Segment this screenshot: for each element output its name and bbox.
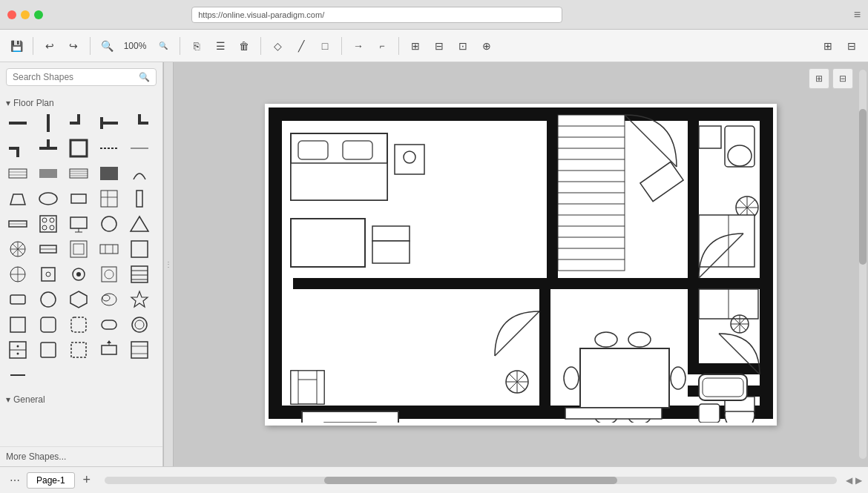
general-section-header[interactable]: ▾ General [6,391,157,408]
waypoint-button[interactable]: ⌐ [372,36,392,56]
shape-dashed-h[interactable] [97,136,121,160]
zoom-out-button[interactable]: 🔍 [153,36,174,56]
more-button[interactable]: ⊕ [476,36,497,56]
vertical-scrollbar[interactable] [859,70,867,459]
shape-box-fan[interactable] [97,262,121,286]
canvas-panel-left-btn[interactable]: ⊞ [809,68,829,89]
url-bar[interactable]: https://online.visual-paradigm.com/ [191,7,562,23]
connector-button[interactable]: → [348,36,369,56]
sidebar: 🔍 ▾ Floor Plan [0,62,163,466]
minimize-button[interactable] [21,10,30,19]
panel-right-button[interactable]: ⊟ [841,36,862,56]
svg-rect-115 [372,241,410,263]
shape-sq-d[interactable] [67,313,91,337]
shape-room[interactable] [67,136,91,160]
shape-arrow-sq[interactable] [97,338,121,362]
shape-hatch4[interactable] [97,162,121,185]
shape-stove[interactable] [36,212,60,236]
shape-box-grid[interactable] [97,237,121,261]
horizontal-scrollbar[interactable] [105,477,837,484]
general-label: General [13,394,45,405]
shape-lines-sq[interactable] [128,338,151,362]
save-button[interactable]: 💾 [6,36,27,56]
arrange-button[interactable]: ⊞ [405,36,426,56]
shape-fan[interactable] [6,237,30,261]
line-color-button[interactable]: ╱ [291,36,312,56]
shape-triangle[interactable] [128,212,151,236]
shape-rect-r1[interactable] [6,288,30,311]
shape-hex[interactable] [67,288,91,311]
add-page-button[interactable]: + [78,472,96,489]
shape-grid[interactable] [97,187,121,211]
shape-box2[interactable] [36,262,60,286]
shape-window-plan[interactable] [36,237,60,261]
search-input[interactable] [13,72,136,82]
undo-button[interactable]: ↩ [39,36,60,56]
align-button[interactable]: ⊟ [429,36,450,56]
shape-rect-outline[interactable] [128,237,151,261]
shape-ellipse-h[interactable] [36,187,60,211]
shape-counter[interactable] [6,212,30,236]
scroll-left-btn[interactable]: ◀ [846,475,852,486]
floor-plan-section-header[interactable]: ▾ Floor Plan [6,95,157,111]
vertical-scrollbar-thumb[interactable] [859,109,867,265]
svg-rect-76 [41,317,56,332]
redo-button[interactable]: ↪ [63,36,84,56]
page-tab[interactable]: Page-1 [27,472,75,489]
shape-arc[interactable] [128,162,151,185]
shape-button[interactable]: □ [315,36,335,56]
shape-star[interactable] [128,288,151,311]
shape-outlet[interactable] [67,262,91,286]
shape-cloud[interactable] [97,288,121,311]
shape-shelves[interactable] [128,262,151,286]
shape-hatch2[interactable] [36,162,60,185]
search-box[interactable]: 🔍 [6,68,157,86]
shape-fan2[interactable] [6,262,30,286]
distribute-button[interactable]: ⊡ [453,36,473,56]
shape-wall-end[interactable] [97,111,121,135]
shape-rounded[interactable] [97,313,121,337]
shape-sq1[interactable] [6,313,30,337]
shape-thin-h[interactable] [128,136,151,160]
svg-point-41 [102,216,116,231]
canvas-area[interactable]: ⊞ ⊟ [174,62,868,466]
cut-button[interactable]: ☰ [210,36,231,56]
shape-hatch1[interactable] [6,162,30,185]
copy-button[interactable]: ⎘ [186,36,207,56]
canvas-panel-right-btn[interactable]: ⊟ [832,68,853,89]
shape-sq-r[interactable] [36,313,60,337]
shape-wall-h[interactable] [6,111,30,135]
separator-2 [90,37,91,55]
shape-t-junction[interactable] [36,136,60,160]
shape-corner-bl[interactable] [6,136,30,160]
zoom-in-button[interactable]: 🔍 [96,36,117,56]
delete-button[interactable]: 🗑 [234,36,254,56]
shape-corner-tl[interactable] [67,111,91,135]
shape-corner-br[interactable] [128,111,151,135]
shape-cabinet[interactable] [6,338,30,362]
horizontal-scrollbar-thumb[interactable] [324,477,617,484]
shape-panel-obj[interactable] [67,237,91,261]
shape-tv[interactable] [67,212,91,236]
sidebar-resize-handle[interactable]: ⋮ [163,62,174,466]
shape-dbl-oval[interactable] [128,313,151,337]
shape-wall-v[interactable] [36,111,60,135]
maximize-button[interactable] [34,10,43,19]
shape-box-r[interactable] [36,338,60,362]
shape-hatch3[interactable] [67,162,91,185]
more-shapes-button[interactable]: More Shapes... [0,446,162,466]
close-button[interactable] [7,10,16,19]
shape-rect-sm[interactable] [67,187,91,211]
shape-dashed-r[interactable] [67,338,91,362]
shape-circle-obj[interactable] [97,212,121,236]
page-options-button[interactable]: ⋯ [6,472,24,489]
panel-left-button[interactable]: ⊞ [818,36,838,56]
shape-line-h[interactable] [6,363,30,387]
fill-button[interactable]: ◇ [267,36,288,56]
scroll-right-btn[interactable]: ▶ [855,475,862,486]
shape-oval-r[interactable] [36,288,60,311]
svg-point-83 [17,345,19,348]
hamburger-icon[interactable]: ≡ [854,8,861,21]
shape-trapezoid[interactable] [6,187,30,211]
shape-rect-tall[interactable] [128,187,151,211]
